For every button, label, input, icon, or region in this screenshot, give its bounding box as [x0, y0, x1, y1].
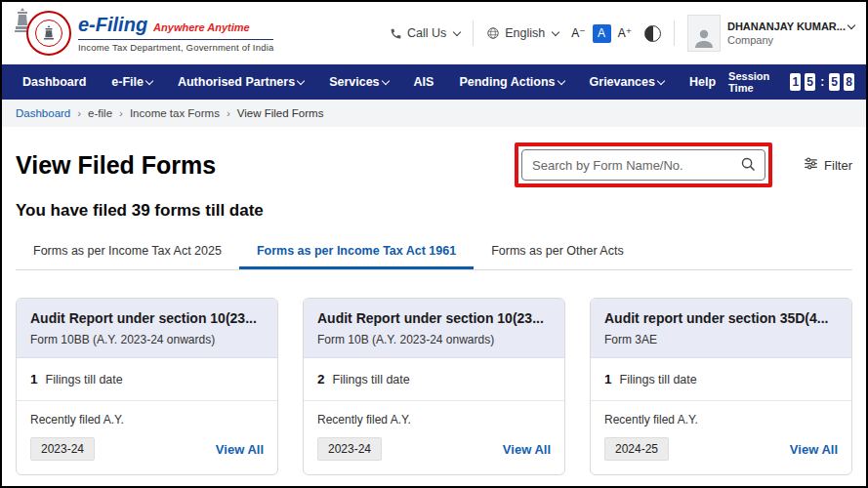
divider: [674, 20, 675, 46]
breadcrumb-current: View Filed Forms: [237, 107, 324, 119]
font-increase-button[interactable]: A⁺: [618, 26, 632, 40]
form-card-header: Audit Report under section 10(23... Form…: [304, 299, 564, 358]
tab-forms-income-tax-act-1961[interactable]: Forms as per Income Tax Act 1961: [239, 234, 474, 269]
breadcrumb-separator: ›: [227, 107, 230, 119]
main-content: View Filed Forms Filter You have filed 3…: [2, 142, 866, 475]
form-info: Form 10BB (A.Y. 2023-24 onwards): [30, 333, 264, 346]
nav-item-services[interactable]: Services: [316, 64, 400, 100]
form-title: Audit report under section 35D(4...: [604, 310, 838, 326]
breadcrumb: Dashboard › e-file › Income tax Forms › …: [2, 100, 866, 127]
header-actions: Call Us English A⁻ A A⁺ DHANANJAY KUMAR.…: [390, 15, 854, 52]
assessment-year-badge: 2023-24: [30, 437, 95, 461]
income-tax-logo: [14, 7, 70, 60]
session-digit: 5: [829, 73, 840, 91]
search-input[interactable]: [521, 149, 765, 181]
filings-row: 1 Filings till date: [591, 358, 851, 401]
breadcrumb-income-tax-forms[interactable]: Income tax Forms: [130, 107, 220, 119]
chevron-down-icon: [297, 77, 305, 85]
brand-department: Income Tax Department, Government of Ind…: [78, 43, 273, 54]
language-menu[interactable]: English: [486, 26, 558, 40]
language-label: English: [505, 26, 545, 40]
nav-item-help[interactable]: Help: [677, 64, 728, 100]
brand: e-Filing Anywhere Anytime Income Tax Dep…: [14, 7, 273, 60]
session-timer: Session Time 1 5 : 5 8: [728, 70, 858, 94]
user-menu[interactable]: DHANANJAY KUMAR... Company: [687, 15, 854, 52]
nav-item-label: Services: [329, 75, 379, 89]
breadcrumb-dashboard[interactable]: Dashboard: [16, 107, 70, 119]
form-title: Audit Report under section 10(23...: [317, 310, 551, 326]
card-footer: Recently filed A.Y. 2023-24 View All: [17, 401, 277, 474]
nav-item-grievances[interactable]: Grievances: [577, 64, 677, 100]
search-icon[interactable]: [740, 156, 757, 177]
tab-forms-income-tax-act-2025[interactable]: Forms as per Income Tax Act 2025: [16, 234, 239, 269]
form-card: Audit report under section 35D(4... Form…: [590, 298, 852, 475]
tab-label: Forms as per Other Acts: [491, 244, 623, 258]
tab-label: Forms as per Income Tax Act 1961: [257, 244, 456, 258]
breadcrumb-efile[interactable]: e-file: [88, 107, 112, 119]
call-us-menu[interactable]: Call Us: [390, 26, 460, 40]
font-default-button[interactable]: A: [593, 24, 611, 43]
nav-item-label: Dashboard: [22, 75, 86, 89]
brand-name: e-Filing: [78, 14, 147, 36]
filings-row: 1 Filings till date: [17, 358, 277, 401]
nav-item-label: Pending Actions: [459, 75, 555, 89]
filings-count: 1: [30, 372, 38, 386]
form-card-header: Audit Report under section 10(23... Form…: [17, 299, 277, 358]
view-all-link[interactable]: View All: [216, 442, 264, 457]
assessment-year-badge: 2024-25: [604, 437, 669, 461]
nav-item-label: Grievances: [590, 75, 655, 89]
filings-count: 2: [317, 372, 325, 386]
phone-icon: [390, 27, 402, 40]
session-digit: 5: [805, 73, 815, 91]
tab-label: Forms as per Income Tax Act 2025: [33, 244, 222, 258]
search-box: [521, 149, 765, 181]
tab-forms-other-acts[interactable]: Forms as per Other Acts: [474, 234, 641, 269]
recent-filed-label: Recently filed A.Y.: [30, 413, 264, 427]
view-all-link[interactable]: View All: [503, 442, 551, 457]
nav-item-efile[interactable]: e-File: [99, 64, 165, 100]
chevron-down-icon: [145, 77, 153, 85]
globe-icon: [486, 26, 500, 40]
filter-label: Filter: [824, 158, 852, 173]
filter-button[interactable]: Filter: [804, 157, 852, 173]
nav-item-authorised-partners[interactable]: Authorised Partners: [165, 64, 316, 100]
form-info: Form 10B (A.Y. 2023-24 onwards): [317, 333, 551, 346]
breadcrumb-separator: ›: [119, 107, 123, 119]
form-info: Form 3AE: [604, 333, 838, 346]
form-card: Audit Report under section 10(23... Form…: [16, 298, 278, 475]
nav-item-ais[interactable]: AIS: [401, 64, 447, 100]
filings-label: Filings till date: [620, 373, 697, 386]
recent-filed-label: Recently filed A.Y.: [317, 413, 551, 427]
form-card: Audit Report under section 10(23... Form…: [303, 298, 565, 475]
annotation-search-highlight: [515, 142, 772, 187]
filings-label: Filings till date: [46, 373, 123, 386]
top-header: e-Filing Anywhere Anytime Income Tax Dep…: [2, 2, 866, 64]
income-tax-seal-icon: [26, 11, 71, 56]
session-digit: 1: [790, 73, 801, 91]
tabs: Forms as per Income Tax Act 2025 Forms a…: [16, 234, 852, 270]
brand-text: e-Filing Anywhere Anytime Income Tax Dep…: [78, 14, 273, 54]
user-name: DHANANJAY KUMAR...: [727, 20, 846, 33]
nav-item-label: e-File: [111, 75, 144, 89]
session-colon: :: [820, 75, 824, 89]
brand-tagline: Anywhere Anytime: [153, 21, 250, 34]
nav-item-label: Authorised Partners: [178, 75, 295, 89]
form-card-header: Audit report under section 35D(4... Form…: [591, 299, 851, 358]
assessment-year-badge: 2023-24: [317, 437, 382, 461]
user-type: Company: [727, 33, 854, 47]
view-all-link[interactable]: View All: [790, 442, 838, 457]
session-time-label: Session Time: [728, 70, 782, 94]
contrast-toggle-icon[interactable]: [644, 25, 661, 42]
form-cards: Audit Report under section 10(23... Form…: [16, 298, 852, 475]
card-footer: Recently filed A.Y. 2023-24 View All: [304, 401, 564, 474]
session-digit: 8: [844, 73, 854, 91]
filter-icon: [804, 157, 818, 173]
nav-item-dashboard[interactable]: Dashboard: [10, 64, 99, 100]
chevron-down-icon: [552, 28, 559, 36]
nav-item-pending-actions[interactable]: Pending Actions: [446, 64, 576, 100]
call-us-label: Call Us: [407, 26, 446, 40]
font-decrease-button[interactable]: A⁻: [571, 26, 585, 40]
nav-item-label: Help: [689, 75, 716, 89]
chevron-down-icon: [381, 77, 389, 85]
recent-filed-label: Recently filed A.Y.: [604, 413, 838, 427]
